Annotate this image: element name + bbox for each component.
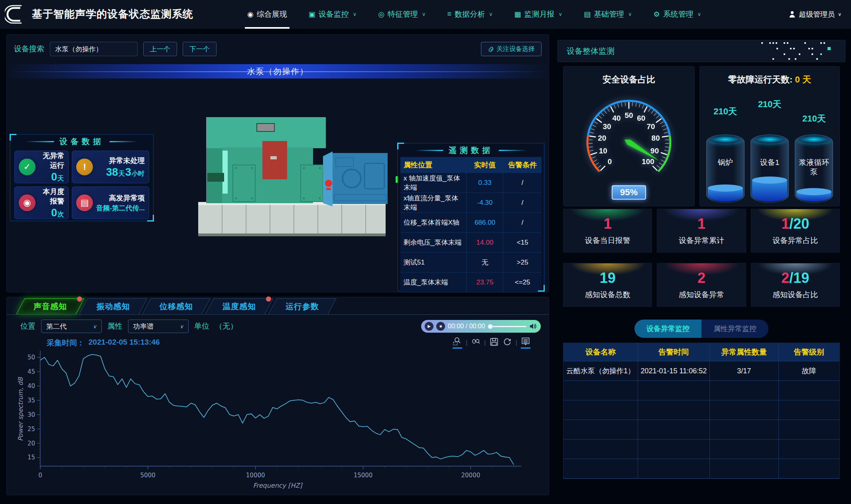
unit-label: 单位 (194, 321, 209, 331)
svg-text:40: 40 (613, 114, 621, 122)
device-data-card: ◉本月度报警0次 (14, 186, 69, 219)
chevron-down-icon: ∨ (489, 11, 493, 17)
device-data-panel: 设备数据 ✓无异常运行0天!异常未处理38天3小时◉本月度报警0次▤高发异常项音… (10, 134, 154, 221)
toolbar-separator: | (484, 339, 486, 346)
cylinder-row: 210天锅炉210天设备1210天浆液循环泵 (700, 95, 839, 203)
pump-3d-model[interactable] (184, 116, 400, 248)
device-data-card: ▤高发异常项音频-第二代传... (72, 186, 149, 219)
user-icon (789, 11, 796, 18)
stat-value: 1/20 (751, 216, 839, 232)
overview-header: 设备整体监测 (557, 40, 845, 62)
volume-icon[interactable] (529, 323, 537, 330)
player-seek-slider[interactable] (488, 326, 526, 327)
position-select[interactable]: 第二代∨ (41, 320, 102, 333)
nav-item-7[interactable]: ⚙系统管理∨ (654, 0, 701, 29)
position-value: 第二代 (46, 322, 67, 331)
alarm-header-cell: 异常属性数量 (710, 343, 779, 361)
telemetry-header: 实时值 (467, 157, 503, 173)
sense-tab-1[interactable]: 声音感知 (16, 298, 84, 314)
svg-text:0: 0 (38, 472, 42, 479)
svg-text:Frequency [HZ]: Frequency [HZ] (253, 482, 303, 489)
capture-time-row: 采集时间： 2021-02-05 15:13:46 (47, 338, 160, 348)
user-menu[interactable]: 超级管理员 ∨ (789, 10, 841, 19)
device-title-banner: 水泵（勿操作） (7, 64, 549, 78)
cylinder-name: 设备1 (751, 158, 788, 167)
stat-card-5: 2感知设备异常 (657, 263, 746, 307)
alarm-empty-row (563, 381, 839, 400)
telemetry-attr: x 轴加速度值_泵体末端 (400, 173, 467, 192)
sense-tab-2[interactable]: 振动感知 (79, 298, 147, 314)
alarm-empty-row (563, 420, 839, 439)
data-zoom-icon[interactable] (453, 336, 462, 349)
cylinder-top-glow (709, 135, 742, 143)
sense-tab-strip: 声音感知振动感知位移感知温度感知运行参数 (7, 297, 549, 315)
sense-tab-3[interactable]: 位移感知 (142, 298, 210, 314)
play-button[interactable]: ▶ (425, 322, 433, 331)
nav-item-4[interactable]: ≡数据分析∨ (447, 0, 492, 29)
svg-text:70: 70 (646, 122, 655, 131)
sense-tab-5[interactable]: 运行参数 (268, 298, 336, 314)
user-name: 超级管理员 (799, 10, 835, 19)
stat-card-2: 1设备异常累计 (657, 209, 746, 253)
alarm-header-cell: 告警时间 (638, 343, 710, 361)
audio-player: ▶ ■ 00:00 / 00:00 (421, 320, 541, 333)
restore-icon[interactable] (502, 337, 512, 348)
next-device-button[interactable]: 下一个 (183, 42, 217, 56)
telemetry-title: 遥测数据 (398, 143, 544, 157)
stop-button[interactable]: ■ (436, 322, 445, 331)
cylinder-1: 210天锅炉 (705, 95, 746, 203)
svg-text:30: 30 (603, 122, 611, 131)
device-data-value: 0次 (39, 207, 64, 219)
svg-text:15000: 15000 (354, 472, 373, 479)
alarm-tab-2[interactable]: 属性异常监控 (701, 320, 768, 338)
telemetry-row: 位移_泵体首端X轴686.00/ (400, 213, 542, 233)
data-view-icon[interactable] (521, 336, 530, 349)
alarm-header-cell: 设备名称 (563, 343, 638, 361)
alarm-tab-1[interactable]: 设备异常监控 (634, 320, 701, 338)
telemetry-value: 14.00 (467, 233, 503, 252)
brand: 基于智能声学的设备状态监测系统 (0, 2, 223, 26)
device-title-text: 水泵（勿操作） (247, 66, 309, 77)
prev-device-button[interactable]: 上一个 (143, 42, 177, 56)
cylinder-3: 210天浆液循环泵 (793, 95, 835, 203)
telemetry-value: 0.33 (467, 173, 503, 192)
zero-fault-card: 零故障运行天数: 0 天 210天锅炉210天设备1210天浆液循环泵 (699, 66, 840, 206)
cylinder-glass: 锅炉 (706, 134, 745, 203)
alarm-cell: 云酷水泵（勿操作1） (563, 361, 638, 380)
telemetry-condition: <15 (503, 233, 542, 252)
device-data-label: 高发异常项 (96, 193, 145, 203)
gear-icon: ⚙ (654, 10, 660, 19)
stats-grid: 1设备当日报警1设备异常累计1/20设备异常占比19感知设备总数2感知设备异常2… (563, 209, 840, 307)
nav-item-6[interactable]: ▤基础管理∨ (584, 0, 632, 29)
telemetry-attr: 温度_泵体末端 (400, 273, 467, 292)
svg-text:20000: 20000 (461, 472, 481, 479)
nav-item-1[interactable]: ◉综合展现 (247, 0, 287, 29)
attribute-label: 属性 (107, 321, 122, 331)
stat-label: 感知设备总数 (563, 290, 652, 300)
device-search-input[interactable] (50, 42, 138, 56)
app-logo (5, 2, 26, 26)
telemetry-condition: <=25 (503, 273, 542, 292)
stat-card-1: 1设备当日报警 (563, 209, 652, 253)
sense-tab-4[interactable]: 温度感知 (205, 298, 273, 314)
follow-device-button[interactable]: 关注设备选择 (481, 42, 542, 56)
zero-fault-title: 零故障运行天数: 0 天 (700, 74, 839, 86)
spectrum-chart[interactable]: 152025303540455005000100001500020000Freq… (16, 348, 542, 492)
feature-icon: ◎ (378, 10, 384, 19)
overview-title: 设备整体监测 (567, 46, 615, 57)
telemetry-condition: / (503, 193, 542, 212)
svg-text:45: 45 (28, 368, 35, 375)
stat-value: 2 (657, 270, 745, 286)
nav-item-2[interactable]: ▣设备监控∨ (309, 0, 357, 29)
attribute-select[interactable]: 功率谱∨ (128, 320, 189, 333)
save-image-icon[interactable] (489, 337, 499, 348)
svg-text:0: 0 (608, 157, 612, 166)
alarm-cell: 故障 (779, 361, 839, 380)
slider-thumb[interactable] (488, 324, 493, 329)
zoom-reset-icon[interactable] (471, 337, 481, 348)
attribute-value: 功率谱 (133, 322, 154, 331)
sense-chart-panel: 声音感知振动感知位移感知温度感知运行参数 位置 第二代∨ 属性 功率谱∨ 单位 … (6, 297, 549, 495)
nav-item-5[interactable]: ▦监测月报∨ (514, 0, 563, 29)
nav-item-3[interactable]: ◎特征管理∨ (378, 0, 426, 29)
chevron-down-icon: ∨ (628, 11, 632, 17)
